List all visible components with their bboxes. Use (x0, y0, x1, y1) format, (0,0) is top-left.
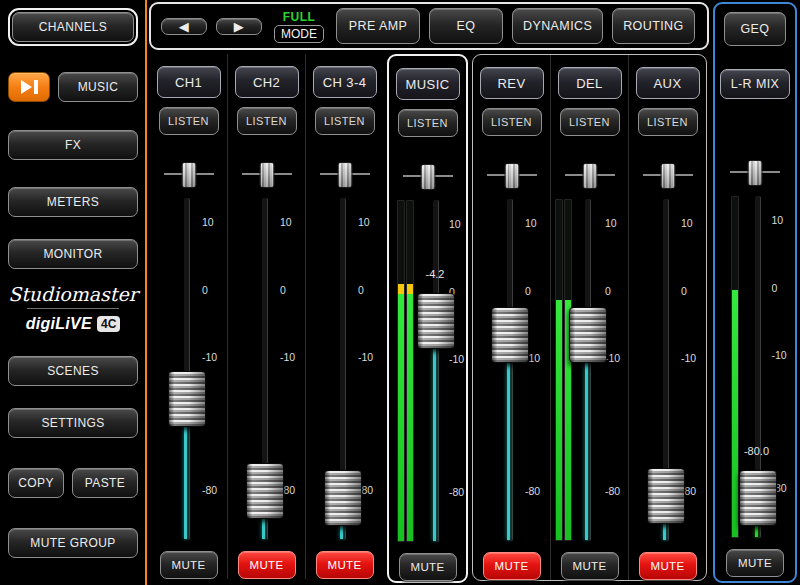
monitor-button[interactable]: MONITOR (8, 239, 138, 269)
scale-label: -80 (202, 484, 217, 496)
channel-select-button[interactable]: CH1 (157, 66, 221, 98)
listen-button[interactable]: LISTEN (237, 107, 297, 135)
previous-channel-button[interactable]: ◀ (161, 18, 207, 35)
mute-button[interactable]: MUTE (639, 552, 697, 580)
fader-cap[interactable] (246, 463, 284, 519)
scale-label: -80 (525, 485, 540, 497)
fader-value-label: -4.2 (415, 268, 455, 280)
routing-tab[interactable]: ROUTING (612, 8, 694, 44)
fader-track-fill (507, 334, 510, 540)
sidebar-accent-divider (145, 0, 147, 585)
channel-select-button[interactable]: CH 3-4 (313, 66, 377, 98)
meters-button[interactable]: METERS (8, 187, 138, 217)
fader-cap[interactable] (491, 307, 529, 363)
pan-control[interactable] (727, 159, 783, 185)
geq-button[interactable]: GEQ (724, 12, 786, 46)
mute-button[interactable]: MUTE (399, 553, 457, 581)
pan-handle[interactable] (259, 162, 274, 188)
mute-button[interactable]: MUTE (483, 552, 541, 580)
play-pause-button[interactable] (8, 72, 50, 102)
mute-group-button[interactable]: MUTE GROUP (8, 528, 138, 558)
master-fader: -80.0 10 0 -10 -80 (717, 190, 794, 542)
fader-track-fill (433, 320, 436, 541)
fader-cap[interactable] (168, 371, 206, 427)
mode-state-label: FULL (283, 10, 316, 24)
settings-button[interactable]: SETTINGS (8, 408, 138, 438)
fader-cap[interactable] (647, 468, 685, 524)
meter-peak (398, 284, 404, 294)
channel-select-button[interactable]: CH2 (235, 66, 299, 98)
listen-button[interactable]: LISTEN (638, 108, 698, 136)
pan-control[interactable] (400, 163, 456, 189)
meter-fill (732, 290, 738, 537)
pan-handle[interactable] (181, 162, 196, 188)
pan-handle[interactable] (504, 163, 519, 189)
channel-strip-music-selected: MUSIC LISTEN -4.2 (387, 54, 468, 583)
meter-fill (398, 294, 404, 541)
channel-select-button[interactable]: REV (480, 67, 544, 99)
pan-handle[interactable] (582, 163, 597, 189)
pan-control[interactable] (317, 161, 373, 187)
eq-tab[interactable]: EQ (429, 8, 503, 44)
scale-label: -10 (681, 352, 696, 364)
scale-label: 0 (525, 285, 531, 297)
scale-label: -10 (772, 349, 787, 361)
mute-button[interactable]: MUTE (238, 551, 296, 579)
channel-select-button[interactable]: AUX (636, 67, 700, 99)
logo-rule (27, 308, 119, 309)
scenes-button[interactable]: SCENES (8, 356, 138, 386)
channel-strip-ch3-4: CH 3-4 LISTEN 10 0 -10 (305, 54, 383, 579)
music-button[interactable]: MUSIC (58, 72, 138, 102)
pan-handle[interactable] (748, 160, 763, 186)
dynamics-tab[interactable]: DYNAMICS (512, 8, 603, 44)
fader: 10 0 -10 -80 (629, 193, 706, 545)
preamp-tab[interactable]: PRE AMP (336, 8, 420, 44)
fader: 10 0 -10 -80 (150, 192, 227, 544)
channel-select-button[interactable]: DEL (558, 67, 622, 99)
scale-label: 10 (772, 214, 784, 226)
top-toolbar: ◀ ▶ FULL MODE PRE AMP EQ DYNAMICS ROUTIN… (149, 2, 709, 50)
pan-control[interactable] (640, 162, 696, 188)
mute-button[interactable]: MUTE (726, 549, 784, 577)
logo-digilive-row: digiLiVE 4C (8, 315, 138, 333)
meter-fill (556, 300, 562, 540)
logo-4c-badge: 4C (97, 316, 120, 332)
mute-button[interactable]: MUTE (316, 551, 374, 579)
mute-button[interactable]: MUTE (561, 552, 619, 580)
pan-handle[interactable] (420, 164, 435, 190)
listen-button[interactable]: LISTEN (159, 107, 219, 135)
copy-button[interactable]: COPY (8, 468, 64, 498)
paste-button[interactable]: PASTE (72, 468, 138, 498)
mute-button[interactable]: MUTE (160, 551, 218, 579)
channels-button[interactable]: CHANNELS (12, 12, 134, 42)
pan-handle[interactable] (660, 163, 675, 189)
fader-cap[interactable] (739, 470, 777, 526)
fader-scale: 10 0 -10 -80 (605, 193, 627, 545)
pan-control[interactable] (239, 161, 295, 187)
next-channel-button[interactable]: ▶ (216, 18, 262, 35)
listen-button[interactable]: LISTEN (560, 108, 620, 136)
level-meter-right (564, 199, 572, 541)
pan-control[interactable] (562, 162, 618, 188)
scale-label: 10 (449, 218, 461, 230)
scale-label: 10 (525, 217, 537, 229)
master-section: GEQ L-R MIX -80.0 10 0 -10 -80 MUTE (713, 2, 797, 583)
pan-handle[interactable] (337, 162, 352, 188)
fx-button[interactable]: FX (8, 130, 138, 160)
mode-indicator[interactable]: FULL MODE (274, 10, 324, 43)
pan-control[interactable] (161, 161, 217, 187)
fader-cap[interactable] (417, 293, 455, 349)
listen-button[interactable]: LISTEN (482, 108, 542, 136)
scale-label: 10 (202, 216, 214, 228)
channel-select-button[interactable]: MUSIC (396, 68, 460, 100)
listen-button[interactable]: LISTEN (398, 109, 458, 137)
master-select-button[interactable]: L-R MIX (720, 69, 790, 99)
scale-label: 10 (681, 217, 693, 229)
listen-button[interactable]: LISTEN (315, 107, 375, 135)
fader-cap[interactable] (569, 307, 607, 363)
level-meter-left (397, 200, 405, 542)
pan-control[interactable] (484, 162, 540, 188)
fader: 10 0 -10 -80 (551, 193, 628, 545)
fader-cap[interactable] (324, 470, 362, 526)
mode-label: MODE (274, 25, 324, 43)
